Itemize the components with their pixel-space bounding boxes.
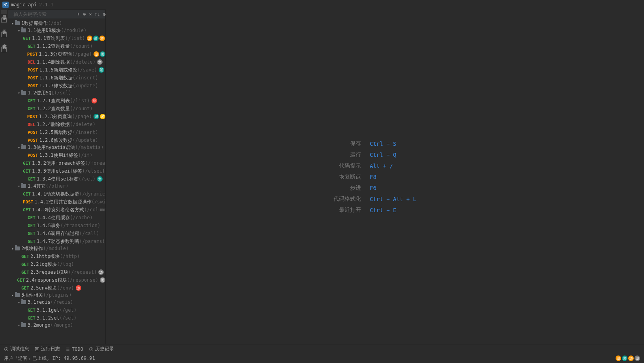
locate-icon[interactable]: ⊕: [83, 11, 86, 17]
rail-tab-api[interactable]: 接口: [1, 10, 7, 14]
sidebar-toolbar: + ⊕ × ↑↓ ⚙ –: [8, 9, 105, 19]
tree-folder[interactable]: ▾1.3使用mybatis语法(/mybatis): [8, 144, 105, 151]
chevron-down-icon[interactable]: ▾: [10, 21, 15, 26]
tree-api-item[interactable]: GET1.3.3使用elseif标签(/elseif): [8, 167, 105, 175]
tree-api-item[interactable]: POST1.3.1使用if标签(/if): [8, 152, 105, 159]
node-path: (/transaction): [60, 223, 100, 228]
tree-api-item[interactable]: POST1.2.6修改数据(/update): [8, 137, 105, 144]
tree-api-item[interactable]: GET1.4.4使用缓存(/cache): [8, 214, 105, 221]
tree-api-item[interactable]: POST1.1.3分页查询(/page)游游: [8, 51, 105, 58]
node-path: (/if): [78, 152, 92, 158]
chevron-down-icon[interactable]: ▾: [17, 300, 21, 305]
tree-folder[interactable]: ▾3.1redis(/redis): [8, 299, 105, 306]
rail-icon-3[interactable]: [1, 47, 7, 52]
bottom-tab-history[interactable]: 历史记录: [89, 346, 114, 352]
http-method-badge: POST: [27, 114, 38, 119]
chevron-down-icon[interactable]: ▾: [10, 293, 15, 297]
node-name: 1.1.1查询列表: [32, 35, 65, 42]
tree-api-item[interactable]: GET1.3.4使用set标签(/set)游: [8, 175, 105, 182]
tree-api-item[interactable]: POST1.2.3分页查询(/page)游游: [8, 113, 105, 120]
settings-icon[interactable]: ⚙: [103, 11, 106, 17]
bottom-tab-log[interactable]: 运行日志: [35, 346, 60, 352]
tree-api-item[interactable]: GET1.1.1查询列表(/list)游游游游: [8, 35, 105, 42]
tree-api-item[interactable]: GET2.4response模块(/response)游: [8, 276, 105, 284]
sort-icon[interactable]: ↑↓: [95, 11, 100, 17]
chevron-down-icon[interactable]: ▾: [10, 246, 15, 251]
tree-api-item[interactable]: GET1.4.1动态切换数据源(/dynamic): [8, 190, 105, 197]
shortcut-key: Ctrl + S: [366, 139, 420, 149]
chevron-down-icon[interactable]: ▾: [17, 91, 21, 95]
node-name: 3.1.2set: [37, 315, 60, 321]
tree-api-item[interactable]: POST1.1.7修改数据(/update): [8, 82, 105, 89]
node-path: (/column): [84, 207, 105, 213]
node-path: (/save): [77, 67, 97, 73]
tree-folder[interactable]: ▾3.2mongo(/mongo): [8, 322, 105, 329]
node-path: (/http): [60, 254, 80, 259]
tree-api-item[interactable]: GET2.3request模块(/request)游: [8, 269, 105, 276]
avatar[interactable]: 游: [635, 355, 640, 361]
tree-api-item[interactable]: DEL1.2.4删除数据(/delete): [8, 121, 105, 128]
tree-api-item[interactable]: GET2.5env模块(/env)游: [8, 284, 105, 292]
tree-api-item[interactable]: GET1.3.2使用foreach标签(/foreach: [8, 160, 105, 167]
shortcut-label: 代码格式化: [329, 194, 365, 204]
tree-api-item[interactable]: GET1.4.6调用存储过程(/call): [8, 230, 105, 237]
chevron-down-icon[interactable]: ▾: [17, 184, 21, 188]
tree-folder[interactable]: ▾2模块操作(/module): [8, 245, 105, 252]
tree-api-item[interactable]: POST1.2.5新增数据(/insert): [8, 129, 105, 136]
rail-icon-2[interactable]: [1, 32, 7, 37]
http-method-badge: GET: [28, 223, 36, 228]
node-name: 3.1.1get: [37, 307, 60, 313]
avatar[interactable]: 游: [616, 355, 621, 361]
close-icon[interactable]: ×: [89, 11, 92, 17]
node-name: 1.4.4使用缓存: [37, 214, 70, 221]
chevron-down-icon[interactable]: ▾: [17, 145, 21, 150]
rail-tab-func[interactable]: 函数: [1, 24, 7, 28]
http-method-badge: POST: [28, 153, 38, 158]
node-name: 3.1redis: [28, 299, 51, 305]
avatar[interactable]: 游: [628, 355, 634, 361]
tree-api-item[interactable]: GET1.2.2查询数量(/count): [8, 105, 105, 112]
http-method-badge: GET: [23, 169, 31, 174]
tree-api-item[interactable]: GET1.4.3转换列名命名方式(/column): [8, 206, 105, 213]
rail-icon-1[interactable]: [1, 17, 7, 23]
tree-api-item[interactable]: POST1.1.6新增数据(/insert): [8, 74, 105, 81]
tree-api-item[interactable]: POST1.4.2使用其它数据源操作(/swit: [8, 198, 105, 205]
tree-api-item[interactable]: GET3.1.2set(/set): [8, 314, 105, 322]
tree-api-item[interactable]: GET3.1.1get(/get): [8, 307, 105, 314]
node-path: (/delete): [70, 122, 95, 127]
shortcut-key: Alt + /: [366, 161, 420, 171]
bottom-tab-todo[interactable]: TODO: [66, 346, 83, 352]
chevron-down-icon[interactable]: ▾: [17, 323, 21, 327]
node-name: 1.3使用mybatis语法: [28, 144, 75, 151]
avatar[interactable]: 游: [622, 355, 627, 361]
tree-folder[interactable]: ▾1.2使用SQL(/sql): [8, 89, 105, 96]
http-method-badge: GET: [21, 286, 29, 291]
tree-folder[interactable]: ▾1.4其它(/other): [8, 182, 105, 190]
shortcut-label: 步进: [329, 183, 365, 193]
node-name: 1.1.2查询数量: [37, 43, 70, 50]
tree-folder[interactable]: ▾1数据库操作(/db): [8, 20, 105, 27]
tree-api-item[interactable]: GET2.2log模块(/log): [8, 261, 105, 268]
rail-tab-cron[interactable]: 定时任务: [1, 39, 7, 43]
node-name: 1.3.4使用set标签: [37, 176, 79, 182]
tree-api-item[interactable]: DEL1.1.4删除数据(/delete)游: [8, 58, 105, 66]
tree-api-item[interactable]: GET1.1.2查询数量(/count): [8, 43, 105, 50]
tree-api-item[interactable]: GET1.2.1查询列表(/list)游: [8, 97, 105, 104]
add-icon[interactable]: +: [77, 11, 80, 17]
http-method-badge: POST: [28, 75, 38, 81]
tree-folder[interactable]: ▾1.1使用DB模块(/module): [8, 27, 105, 34]
tree-api-item[interactable]: GET1.4.7动态参数判断(/params): [8, 238, 105, 245]
search-input[interactable]: [13, 11, 74, 17]
http-method-badge: GET: [21, 254, 29, 259]
shortcut-key: Ctrl + Q: [366, 150, 420, 160]
tree-api-item[interactable]: GET2.1http模块(/http): [8, 253, 105, 260]
tree-api-item[interactable]: GET1.4.5事务(/transaction): [8, 222, 105, 229]
bottom-tab-debug[interactable]: 调试信息: [4, 346, 29, 352]
tree-api-item[interactable]: POST1.1.5新增或修改(/save)游: [8, 66, 105, 73]
chevron-down-icon[interactable]: ▾: [17, 28, 21, 33]
node-path: (/env): [57, 285, 74, 291]
folder-icon: [15, 293, 20, 297]
folder-icon: [15, 21, 20, 25]
tree-folder[interactable]: ▾3插件相关(/plugins): [8, 292, 105, 299]
node-name: 1.4.3转换列名命名方式: [32, 207, 84, 213]
